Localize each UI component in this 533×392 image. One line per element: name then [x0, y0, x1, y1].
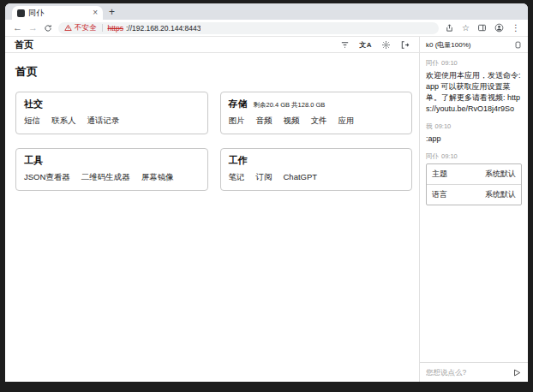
- chat-input-bar: [420, 362, 528, 382]
- settings-gear-icon[interactable]: [381, 40, 391, 50]
- link-video[interactable]: 视频: [284, 116, 300, 127]
- setting-value: 系统默认: [485, 169, 516, 180]
- link-audio[interactable]: 音频: [256, 116, 272, 127]
- url-field[interactable]: 不安全 https://192.168.20.144:8443: [58, 22, 439, 34]
- browser-actions: ☆ ⋮: [445, 23, 520, 33]
- chat-input[interactable]: [426, 368, 508, 377]
- forward-icon[interactable]: →: [28, 23, 38, 33]
- browser-window: 同仆 × + ← → 不安全 https://192.168.20.144:84…: [5, 3, 528, 382]
- link-call-log[interactable]: 通话记录: [87, 116, 120, 127]
- url-text: ://192.168.20.144:8443: [126, 24, 201, 33]
- message-sender: 同仆: [426, 152, 439, 161]
- card-work: 工作 笔记 订阅 ChatGPT: [220, 148, 413, 191]
- translate-icon[interactable]: 文A: [359, 40, 372, 50]
- page-title: 首页: [15, 39, 33, 51]
- share-icon[interactable]: [445, 23, 454, 33]
- card-title: 工作: [229, 154, 248, 167]
- back-icon[interactable]: ←: [13, 23, 22, 33]
- link-apps[interactable]: 应用: [338, 116, 355, 127]
- card-tools: 工具 JSON查看器 二维码生成器 屏幕镜像: [15, 148, 208, 191]
- address-bar: ← → 不安全 https://192.168.20.144:8443 ☆ ⋮: [5, 20, 528, 37]
- browser-menu-icon[interactable]: ⋮: [512, 24, 520, 33]
- card-grid: 社交 短信 联系人 通话记录 存储 剩余20.4 GB 共128.0 GB: [15, 92, 412, 191]
- link-chatgpt[interactable]: ChatGPT: [284, 172, 318, 183]
- main-content: 首页 社交 短信 联系人 通话记录 存储: [5, 53, 419, 382]
- main-heading: 首页: [15, 64, 412, 80]
- tab-favicon-icon: [17, 9, 25, 17]
- chat-message: 我 09:10 :app: [426, 122, 522, 145]
- phone-screen-icon[interactable]: [514, 40, 522, 50]
- logout-icon[interactable]: [400, 40, 410, 50]
- app-header-main: 首页 文A: [5, 37, 419, 52]
- omnibox-divider: [102, 24, 103, 32]
- security-warning-label[interactable]: 不安全: [75, 23, 97, 33]
- link-subscriptions[interactable]: 订阅: [256, 172, 272, 183]
- message-text: :app: [426, 134, 522, 145]
- card-title: 社交: [24, 98, 43, 110]
- message-sender: 同仆: [426, 59, 439, 68]
- link-screen-mirror[interactable]: 屏幕镜像: [141, 172, 174, 183]
- device-status: k0 (电量100%): [426, 40, 470, 50]
- app-header: 首页 文A k0 (电量100%): [5, 37, 528, 53]
- message-sender: 我: [426, 122, 433, 131]
- chat-panel: 同仆 09:10 欢迎使用本应用，发送命令:app 可以获取应用设置菜单。了解更…: [419, 53, 528, 382]
- warning-icon: [64, 24, 72, 32]
- setting-label: 语言: [432, 189, 447, 200]
- chat-messages: 同仆 09:10 欢迎使用本应用，发送命令:app 可以获取应用设置菜单。了解更…: [420, 53, 528, 362]
- card-title: 存储: [229, 98, 248, 110]
- tab-title: 同仆: [28, 8, 89, 19]
- message-time: 09:10: [441, 152, 458, 161]
- tab-bar: 同仆 × +: [5, 3, 528, 20]
- storage-capacity: 剩余20.4 GB 共128.0 GB: [254, 101, 326, 110]
- bookmark-star-icon[interactable]: ☆: [462, 24, 470, 33]
- card-storage: 存储 剩余20.4 GB 共128.0 GB 图片 音频 视频 文件 应用: [220, 92, 413, 134]
- browser-tab[interactable]: 同仆 ×: [12, 6, 103, 20]
- card-title: 工具: [24, 154, 43, 167]
- link-qrcode-generator[interactable]: 二维码生成器: [81, 172, 130, 183]
- card-social: 社交 短信 联系人 通话记录: [15, 92, 208, 134]
- message-time: 09:10: [435, 122, 452, 131]
- setting-value: 系统默认: [485, 189, 516, 200]
- link-pictures[interactable]: 图片: [229, 116, 245, 127]
- link-json-viewer[interactable]: JSON查看器: [24, 172, 70, 183]
- chat-header: k0 (电量100%): [419, 37, 528, 52]
- settings-row-language[interactable]: 语言 系统默认: [427, 184, 521, 205]
- tab-close-icon[interactable]: ×: [93, 9, 98, 17]
- chat-message: 同仆 09:10 主题 系统默认 语言 系统默认: [426, 152, 522, 205]
- url-protocol: https: [108, 24, 123, 33]
- new-tab-button[interactable]: +: [109, 7, 115, 17]
- message-time: 09:10: [441, 59, 458, 68]
- link-notes[interactable]: 笔记: [229, 172, 245, 183]
- link-files[interactable]: 文件: [311, 116, 327, 127]
- setting-label: 主题: [432, 169, 447, 180]
- settings-row-theme[interactable]: 主题 系统默认: [427, 164, 521, 184]
- page-content: 首页 社交 短信 联系人 通话记录 存储: [5, 53, 528, 382]
- side-panel-icon[interactable]: [477, 23, 487, 33]
- settings-menu: 主题 系统默认 语言 系统默认: [426, 163, 522, 205]
- send-icon[interactable]: [512, 368, 522, 377]
- reload-icon[interactable]: [44, 24, 52, 33]
- profile-avatar-icon[interactable]: [494, 23, 504, 33]
- chat-message: 同仆 09:10 欢迎使用本应用，发送命令:app 可以获取应用设置菜单。了解更…: [426, 59, 522, 115]
- link-sms[interactable]: 短信: [24, 116, 40, 127]
- message-text: 欢迎使用本应用，发送命令:app 可以获取应用设置菜单。了解更多请看视频: ht…: [426, 70, 522, 115]
- web-app: 首页 文A k0 (电量100%): [5, 37, 528, 382]
- filter-icon[interactable]: [340, 40, 350, 50]
- link-contacts[interactable]: 联系人: [51, 116, 76, 127]
- app-header-icons: 文A: [340, 40, 410, 50]
